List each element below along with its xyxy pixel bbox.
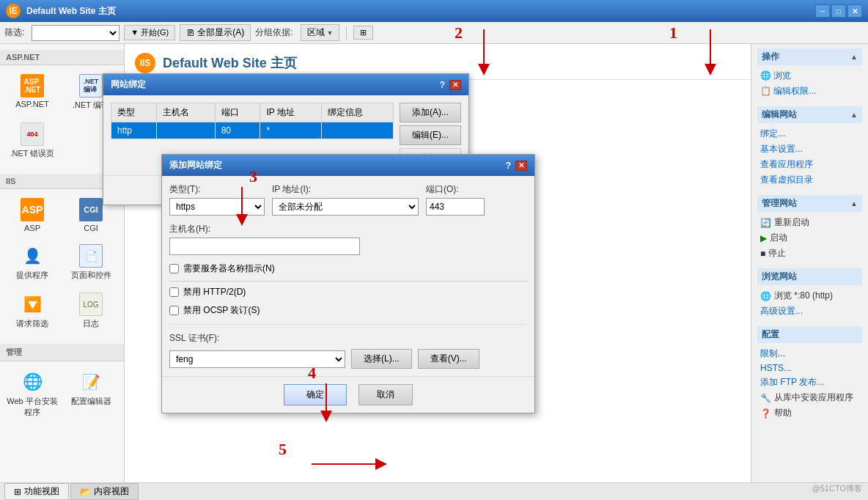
- cgi-icon: CGI: [79, 198, 103, 221]
- window-controls: ─ □ ✕: [815, 4, 862, 18]
- sidebar-item-provider[interactable]: 👤 提供程序: [3, 238, 62, 287]
- basic-settings-link[interactable]: 基本设置...: [757, 141, 862, 157]
- hsts-link[interactable]: HSTS...: [757, 361, 862, 375]
- ocsp-label: 禁用 OCSP 装订(S): [183, 304, 260, 317]
- ssl-label: SSL 证书(F):: [169, 333, 219, 343]
- feature-view-icon: ⊞: [14, 487, 21, 497]
- close-btn[interactable]: ✕: [847, 4, 862, 18]
- http2-checkbox[interactable]: [169, 287, 179, 297]
- sidebar-item-request-filter[interactable]: 🔽 请求筛选: [3, 287, 62, 335]
- ssl-section: SSL 证书(F): feng 选择(L)... 查看(V)...: [169, 324, 527, 369]
- collapse-managesite-btn[interactable]: ▲: [850, 199, 858, 207]
- view-virtual-link[interactable]: 查看虚拟目录: [757, 172, 862, 188]
- webplatform-icon: 🌐: [21, 370, 44, 394]
- binding-link[interactable]: 绑定...: [757, 126, 862, 141]
- edit-perm-link[interactable]: 📋 编辑权限...: [757, 84, 862, 99]
- collapse-btn[interactable]: ▲: [850, 53, 858, 61]
- hostname-input[interactable]: [169, 238, 360, 255]
- config-editor-icon: 📝: [79, 370, 103, 394]
- view-btn[interactable]: ⊞: [353, 26, 373, 40]
- right-panel-section-editsite: 编辑网站 ▲ 绑定... 基本设置... 查看应用程序 查看虚拟目录: [757, 106, 862, 188]
- start-item[interactable]: ▶ 启动: [757, 230, 862, 246]
- sidebar-item-aspnet[interactable]: ASP.NET ASP.NET: [3, 68, 62, 117]
- adv-settings-link[interactable]: 高级设置...: [757, 304, 862, 319]
- sidebar-iis-items: ASP ASP CGI CGI 👤 提供程序 📄 页面和控件: [0, 189, 124, 338]
- provider-icon: 👤: [21, 244, 44, 268]
- sni-label: 需要服务器名称指示(N): [183, 262, 275, 275]
- tab-content-view[interactable]: 📂 内容视图: [70, 483, 139, 500]
- ssl-view-btn[interactable]: 查看(V)...: [418, 349, 479, 369]
- sidebar-item-dotnet-error[interactable]: 404 .NET 错误页: [3, 117, 62, 165]
- divider1: [169, 281, 527, 282]
- binding-col-type: 类型: [111, 103, 157, 122]
- dialog-add-binding-close-x-btn[interactable]: ✕: [515, 161, 527, 171]
- port-label: 端口(O):: [426, 183, 485, 196]
- form-group-hostname: 主机名(H):: [169, 223, 527, 255]
- ip-select[interactable]: 全部未分配: [272, 198, 419, 216]
- binding-row-ip: *: [260, 122, 322, 139]
- right-panel-title: 操作 ▲: [757, 48, 862, 65]
- ssl-select-btn[interactable]: 选择(L)...: [351, 349, 412, 369]
- browse-link[interactable]: 🌐 浏览: [757, 68, 862, 84]
- binding-row-type: http: [111, 122, 157, 139]
- install-app-item[interactable]: 🔧 从库中安装应用程序: [757, 390, 862, 405]
- right-panel-browse-title: 浏览网站: [757, 268, 862, 285]
- sni-checkbox[interactable]: [169, 264, 179, 273]
- ok-btn[interactable]: 确定: [284, 384, 347, 405]
- maximize-btn[interactable]: □: [831, 4, 846, 18]
- table-row[interactable]: http 80 *: [111, 122, 394, 139]
- sidebar-section-aspnet-title: ASP.NET: [0, 50, 124, 65]
- cancel-btn[interactable]: 取消: [358, 384, 413, 405]
- group-by-label: 分组依据:: [255, 26, 293, 39]
- ocsp-checkbox[interactable]: [169, 306, 179, 315]
- group-by-value[interactable]: 区域 ▼: [301, 24, 340, 41]
- filter-select[interactable]: [32, 25, 119, 41]
- ftp-link[interactable]: 添加 FTP 发布...: [757, 375, 862, 390]
- start-icon: ▶: [760, 233, 767, 243]
- page-control-icon: 📄: [79, 244, 103, 268]
- view-app-link[interactable]: 查看应用程序: [757, 157, 862, 172]
- right-panel-section-config: 配置 限制... HSTS... 添加 FTP 发布... 🔧 从库中安装应用程…: [757, 326, 862, 421]
- dialog-add-binding-help-btn[interactable]: ?: [506, 161, 511, 171]
- checkbox-row-http2: 禁用 HTTP/2(D): [169, 286, 527, 298]
- restart-item[interactable]: 🔄 重新启动: [757, 215, 862, 230]
- dotnet-compile-icon: .NET编译: [79, 74, 103, 98]
- sidebar-item-log[interactable]: LOG 日志: [62, 287, 120, 335]
- browse-http-item[interactable]: 🌐 浏览 *:80 (http): [757, 288, 862, 304]
- show-all-btn[interactable]: 🖹 全部显示(A): [180, 24, 251, 41]
- dialog-binding-help-btn[interactable]: ?: [440, 80, 445, 90]
- binding-col-ip: IP 地址: [260, 103, 322, 122]
- form-group-ip: IP 地址(I): 全部未分配: [272, 183, 419, 216]
- port-input[interactable]: 443: [426, 198, 485, 216]
- sidebar-item-webplatform[interactable]: 🌐 Web 平台安装程序: [3, 364, 62, 424]
- minimize-btn[interactable]: ─: [815, 4, 830, 18]
- app-icon: IE: [6, 4, 21, 18]
- stop-icon: ■: [760, 249, 765, 259]
- collapse-editsite-btn[interactable]: ▲: [850, 111, 858, 119]
- stop-item[interactable]: ■ 停止: [757, 246, 862, 261]
- help-item[interactable]: ❓ 帮助: [757, 405, 862, 421]
- svg-text:IIS: IIS: [140, 58, 151, 68]
- type-select[interactable]: https http: [169, 198, 265, 216]
- sidebar-item-asp[interactable]: ASP ASP: [3, 192, 62, 238]
- right-panel-section-managesite: 管理网站 ▲ 🔄 重新启动 ▶ 启动 ■ 停止: [757, 195, 862, 261]
- sidebar-item-dotnet-error-label: .NET 错误页: [10, 148, 55, 159]
- checkbox-row-ocsp: 禁用 OCSP 装订(S): [169, 304, 527, 317]
- tab-feature-view[interactable]: ⊞ 功能视图: [4, 483, 69, 500]
- sidebar-section-manage-title: 管理: [0, 344, 124, 361]
- svg-text:IE: IE: [9, 6, 17, 16]
- limit-link[interactable]: 限制...: [757, 346, 862, 361]
- form-group-type: 类型(T): https http: [169, 183, 265, 216]
- sidebar-item-log-label: 日志: [83, 318, 99, 329]
- asp-icon: ASP: [21, 198, 44, 221]
- start-btn[interactable]: ▼ 开始(G): [124, 25, 175, 40]
- sidebar-item-cgi-label: CGI: [84, 224, 98, 232]
- sidebar-item-page-control[interactable]: 📄 页面和控件: [62, 238, 120, 287]
- edit-binding-btn[interactable]: 编辑(E)...: [400, 125, 461, 145]
- dialog-add-binding-controls: ? ✕: [506, 161, 527, 171]
- add-binding-btn[interactable]: 添加(A)...: [400, 103, 461, 122]
- ssl-cert-select[interactable]: feng: [169, 350, 345, 368]
- dialog-binding-close-x-btn[interactable]: ✕: [449, 80, 461, 90]
- sidebar-item-config-editor[interactable]: 📝 配置编辑器: [62, 364, 120, 424]
- binding-table: 类型 主机名 端口 IP 地址 绑定信息 http 80 *: [111, 103, 394, 139]
